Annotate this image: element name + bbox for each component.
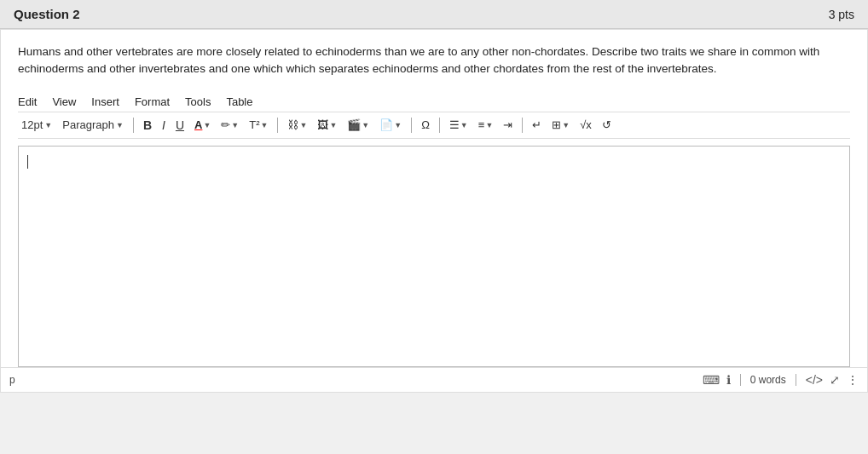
superscript-button[interactable]: T² ▼ xyxy=(246,117,271,133)
menu-edit[interactable]: Edit xyxy=(18,95,37,108)
separator-5 xyxy=(522,118,523,133)
separator-3 xyxy=(411,118,412,133)
code-view-button[interactable]: </> xyxy=(806,373,823,387)
numbered-list-button[interactable]: ≡ ▼ xyxy=(475,117,497,133)
paragraph-style-dropdown[interactable]: Paragraph ▼ xyxy=(59,117,127,133)
paragraph-style-arrow: ▼ xyxy=(116,121,124,129)
direction-button[interactable]: ↵ xyxy=(529,117,545,133)
indent-icon: ⇥ xyxy=(503,118,512,131)
question-body: Humans and other vertebrates are more cl… xyxy=(0,29,868,368)
status-right: ⌨ ℹ 0 words </> ⤢ ⋮ xyxy=(703,373,859,387)
question-points: 3 pts xyxy=(829,8,854,21)
table-insert-button[interactable]: ⊞ ▼ xyxy=(548,117,573,133)
menu-bar: Edit View Insert Format Tools Table xyxy=(18,90,850,112)
embed-button[interactable]: 📄 ▼ xyxy=(376,117,405,133)
media-icon: 🎬 xyxy=(347,118,361,131)
more-options-button[interactable]: ⋮ xyxy=(847,373,859,387)
numbered-list-icon: ≡ xyxy=(478,118,485,131)
indent-button[interactable]: ⇥ xyxy=(500,117,516,133)
math-button[interactable]: √x xyxy=(576,117,595,133)
menu-format[interactable]: Format xyxy=(135,95,170,108)
media-button[interactable]: 🎬 ▼ xyxy=(344,117,373,133)
table-icon: ⊞ xyxy=(552,118,561,131)
info-icon[interactable]: ℹ xyxy=(726,373,731,387)
html-tag-indicator: p xyxy=(9,374,15,386)
question-text: Humans and other vertebrates are more cl… xyxy=(18,43,850,78)
font-size-arrow: ▼ xyxy=(44,121,52,129)
toolbar: 12pt ▼ Paragraph ▼ B I U A xyxy=(18,112,850,139)
image-button[interactable]: 🖼 ▼ xyxy=(314,117,340,133)
font-color-button[interactable]: A ▼ xyxy=(191,117,214,133)
superscript-icon: T² xyxy=(249,118,259,131)
menu-table[interactable]: Table xyxy=(226,95,252,108)
pencil-icon: ✏ xyxy=(221,118,230,131)
bullet-list-button[interactable]: ☰ ▼ xyxy=(446,117,472,133)
italic-button[interactable]: I xyxy=(159,117,169,134)
word-count: 0 words xyxy=(750,374,786,386)
special-char-icon: Ω xyxy=(421,118,430,131)
highlight-button[interactable]: ✏ ▼ xyxy=(217,117,242,133)
question-header: Question 2 3 pts xyxy=(0,0,868,29)
direction-icon: ↵ xyxy=(532,118,541,131)
separator-2 xyxy=(277,118,278,133)
link-button[interactable]: ⛓ ▼ xyxy=(284,117,310,133)
history-icon: ↺ xyxy=(602,118,611,131)
editor-cursor xyxy=(27,155,28,169)
embed-icon: 📄 xyxy=(379,118,393,131)
menu-tools[interactable]: Tools xyxy=(185,95,211,108)
keyboard-icon[interactable]: ⌨ xyxy=(703,373,720,387)
font-size-dropdown[interactable]: 12pt ▼ xyxy=(18,117,55,133)
bullet-list-icon: ☰ xyxy=(449,118,460,131)
special-char-button[interactable]: Ω xyxy=(418,117,433,133)
link-icon: ⛓ xyxy=(287,118,298,131)
underline-button[interactable]: U xyxy=(172,117,188,134)
font-color-a: A xyxy=(194,118,202,131)
math-icon: √x xyxy=(580,118,592,131)
menu-view[interactable]: View xyxy=(52,95,76,108)
paragraph-style-value: Paragraph xyxy=(62,118,114,131)
status-bar: p ⌨ ℹ 0 words </> ⤢ ⋮ xyxy=(0,368,868,393)
question-title: Question 2 xyxy=(14,7,80,21)
bold-button[interactable]: B xyxy=(140,117,155,134)
editor-area[interactable] xyxy=(18,146,850,367)
font-size-value: 12pt xyxy=(21,118,43,131)
menu-insert[interactable]: Insert xyxy=(91,95,119,108)
separator-1 xyxy=(133,118,134,133)
history-button[interactable]: ↺ xyxy=(599,117,615,133)
image-icon: 🖼 xyxy=(317,118,328,131)
separator-4 xyxy=(439,118,440,133)
font-color-arrow: ▼ xyxy=(203,121,211,129)
expand-button[interactable]: ⤢ xyxy=(830,373,840,387)
